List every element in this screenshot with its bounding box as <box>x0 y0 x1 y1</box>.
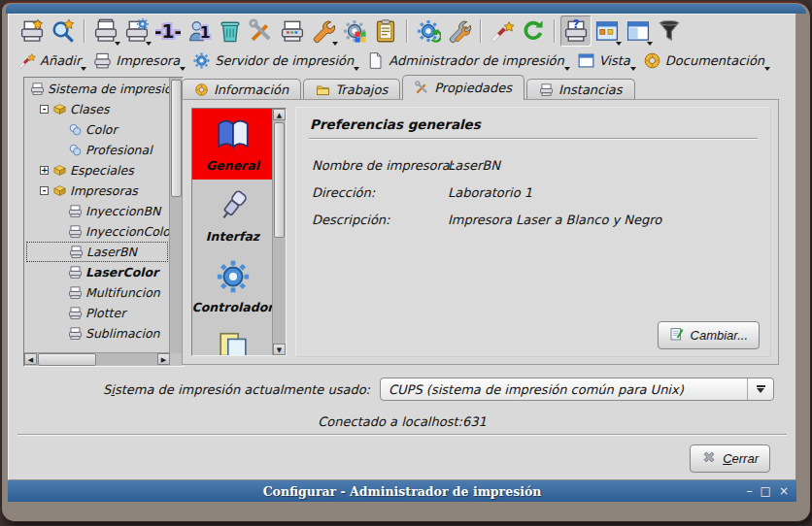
printer-tools-button[interactable] <box>308 16 339 47</box>
job-report-button[interactable] <box>370 16 401 47</box>
menu-impresora[interactable]: Impresora <box>90 49 189 72</box>
printer-icon <box>30 82 45 96</box>
connection-status: Conectado a localhost:631 <box>9 414 795 429</box>
configure-server-button[interactable] <box>444 16 475 47</box>
minimize-button[interactable]: – <box>747 485 753 497</box>
controlador-icon <box>215 258 252 298</box>
section-header: Preferencias generales <box>310 116 481 132</box>
set-user-default-button[interactable]: 1 <box>184 16 215 47</box>
property-row: Dirección:Laboratorio 1 <box>312 185 759 205</box>
restart-server-button[interactable] <box>413 16 444 47</box>
filter-button[interactable] <box>654 16 685 47</box>
tree-expander-icon[interactable]: - <box>40 186 49 195</box>
combobox-value: CUPS (sistema de impresión común para Un… <box>381 382 747 397</box>
tree-expander-icon[interactable]: - <box>40 105 49 114</box>
add-printer-wizard-button[interactable] <box>17 16 48 47</box>
section-scroll-thumb[interactable] <box>274 122 285 238</box>
folder-icon <box>316 82 330 97</box>
scroll-up-icon[interactable]: ▲ <box>273 109 286 120</box>
field-label: Dirección: <box>312 185 375 200</box>
print-system-label: Sistema de impresión actualmente usado: <box>9 382 370 397</box>
set-user-default-icon: 1 <box>186 18 212 44</box>
printer-icon <box>68 265 83 279</box>
wizard-icon <box>490 18 515 44</box>
toolbar-separator <box>480 19 482 43</box>
menu-servidor-de-impresi-n[interactable]: Servidor de impresión <box>189 49 363 72</box>
printer-icon <box>68 306 83 320</box>
tree-item-sublimacion[interactable]: Sublimacion <box>26 323 168 344</box>
change-button[interactable]: Cambiar... <box>658 321 760 349</box>
add-printer-wizard-icon <box>19 18 45 44</box>
wand-icon <box>17 51 36 70</box>
menu-administrador-de-impresi-n[interactable]: Administrador de impresión <box>363 49 573 72</box>
help-icon <box>643 51 661 70</box>
interfaz-icon <box>215 187 252 227</box>
svg-text:-1-: -1- <box>155 21 181 42</box>
tree-item-multifuncion[interactable]: Multifuncion <box>26 282 168 303</box>
section-interfaz[interactable]: Interfaz <box>192 180 273 250</box>
menu-documentaci-n[interactable]: Documentación <box>640 49 774 72</box>
tree-item-profesional[interactable]: Profesional <box>26 140 168 160</box>
configure-printer-button[interactable] <box>246 16 277 47</box>
tab-informaci-n[interactable]: Información <box>182 79 301 100</box>
chevron-down-icon[interactable] <box>747 378 773 400</box>
property-row: Nombre de impresora:LaserBN <box>312 158 759 178</box>
tree-horizontal-scrollbar[interactable]: ◀ ▶ <box>24 352 170 366</box>
tree-hscroll-thumb[interactable] <box>38 353 96 366</box>
section-general[interactable]: General <box>192 109 273 180</box>
document-icon <box>366 51 385 70</box>
print-system-combobox[interactable]: CUPS (sistema de impresión común para Un… <box>380 378 774 401</box>
tree-item-especiales[interactable]: +Especiales <box>26 160 168 181</box>
tab-instancias[interactable]: Instancias <box>526 79 635 100</box>
tab-propiedades[interactable]: Propiedades <box>402 75 524 100</box>
tree-item-plotter[interactable]: Plotter <box>26 303 168 323</box>
menu-vista[interactable]: Vista <box>574 49 640 72</box>
maximize-button[interactable]: □ <box>761 485 771 497</box>
wizard-button[interactable] <box>487 16 518 47</box>
tree-item-color[interactable]: Color <box>26 119 168 140</box>
printer-icon <box>93 51 112 70</box>
remove-printer-button[interactable] <box>215 16 246 47</box>
section-r-tulos[interactable]: Rótulos <box>192 321 273 355</box>
printer-state-button[interactable] <box>90 16 121 47</box>
dropdown-arrow-icon <box>630 67 636 71</box>
tree-item-lasercolor[interactable]: LaserColor <box>26 262 168 282</box>
tree-item-inyeccioncolor[interactable]: InyeccionColor <box>26 221 168 242</box>
close-button[interactable]: × <box>779 485 789 497</box>
dropdown-arrow-icon <box>332 42 338 46</box>
titlebar[interactable]: Configurar - Administrador de impresión … <box>8 480 796 502</box>
orientation-icon <box>626 18 651 44</box>
tab-trabajos[interactable]: Trabajos <box>303 79 400 100</box>
tree-item-laserbn[interactable]: LaserBN <box>26 242 168 262</box>
field-value: LaserBN <box>448 158 500 173</box>
tree-item-inyeccionbn[interactable]: InyeccionBN <box>26 201 168 221</box>
tree-item-impresoras[interactable]: -Impresoras <box>26 181 168 201</box>
job-report-icon <box>373 18 398 44</box>
orientation-button[interactable] <box>623 16 654 47</box>
scroll-down-icon[interactable]: ▼ <box>273 344 286 355</box>
printer-spool-button[interactable] <box>121 16 152 47</box>
restart-server-icon <box>416 18 441 44</box>
tree-vscroll-thumb[interactable] <box>171 80 182 197</box>
svg-text:1: 1 <box>200 24 211 42</box>
tree-item-sistema-de-impresi-n[interactable]: Sistema de impresión <box>26 79 168 99</box>
class-icon <box>68 122 83 137</box>
tree-item-clases[interactable]: -Clases <box>26 99 168 119</box>
dropdown-arrow-icon <box>564 67 570 71</box>
view-mode-button[interactable] <box>592 16 623 47</box>
menu-a-adir[interactable]: Añadir <box>15 49 90 72</box>
set-local-default-button[interactable]: -1- <box>152 16 184 47</box>
print-test-page-button[interactable] <box>277 16 308 47</box>
printer-infos-button[interactable]: ? <box>560 16 592 47</box>
scroll-right-icon[interactable]: ▶ <box>157 353 170 365</box>
tree-expander-icon[interactable]: + <box>40 166 49 175</box>
add-special-printer-button[interactable] <box>48 16 79 47</box>
add-special-printer-icon <box>51 18 76 44</box>
section-list-scrollbar[interactable]: ▲ ▼ <box>272 109 286 355</box>
refresh-view-button[interactable] <box>518 16 549 47</box>
section-controlador[interactable]: Controlador <box>192 250 273 321</box>
close-button[interactable]: Cerrar <box>690 444 770 473</box>
tree-vertical-scrollbar[interactable] <box>169 78 183 353</box>
scroll-left-icon[interactable]: ◀ <box>24 353 37 365</box>
export-driver-button[interactable] <box>339 16 370 47</box>
